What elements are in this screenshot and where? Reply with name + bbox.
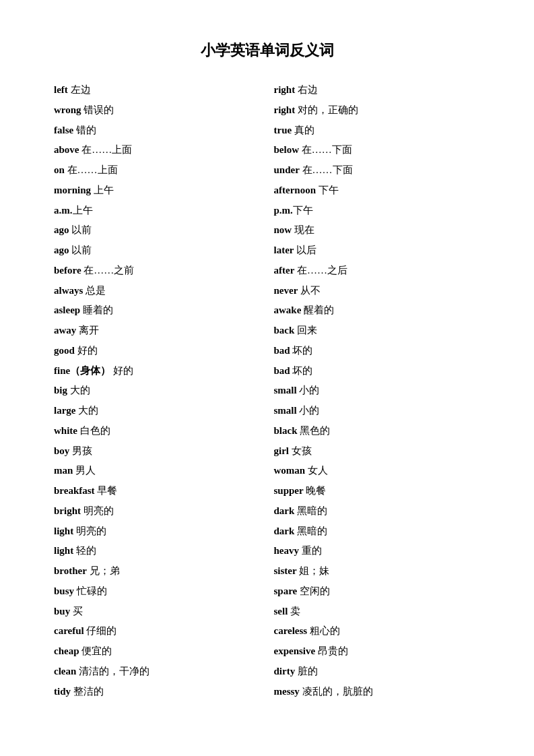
word-en-left-16: large: [54, 405, 75, 416]
word-en-left-22: light: [54, 526, 73, 536]
word-item-left-5: morning 上午: [54, 181, 261, 200]
word-cn-right-1: 对的，正确的: [295, 104, 358, 115]
word-en-left-10: always: [54, 285, 83, 296]
word-item-right-12: back 回来: [274, 321, 481, 340]
word-en-right-2: true: [274, 125, 292, 135]
word-cn-left-25: 忙碌的: [74, 586, 107, 596]
word-cn-right-22: 黑暗的: [294, 526, 327, 536]
word-item-left-27: careful 仔细的: [54, 622, 261, 641]
word-item-right-2: true 真的: [274, 121, 481, 140]
word-en-left-30: tidy: [54, 686, 71, 697]
word-item-left-4: on 在……上面: [54, 161, 261, 180]
word-item-left-0: left 左边: [54, 81, 261, 100]
word-en-right-10: never: [274, 285, 298, 296]
word-item-right-10: never 从不: [274, 282, 481, 301]
word-cn-right-0: 右边: [295, 84, 318, 95]
word-en-right-15: small: [274, 385, 297, 396]
word-cn-right-2: 真的: [292, 125, 314, 135]
word-en-right-12: back: [274, 325, 295, 336]
word-cn-left-7: 以前: [69, 224, 92, 235]
word-cn-right-21: 黑暗的: [294, 505, 327, 516]
word-cn-right-24: 姐；妹: [297, 565, 330, 576]
word-en-right-27: careless: [274, 625, 308, 636]
word-item-left-23: light 轻的: [54, 542, 261, 561]
word-en-left-20: breakfast: [54, 485, 95, 496]
word-item-right-18: girl 女孩: [274, 442, 481, 461]
word-en-left-26: buy: [54, 606, 70, 617]
word-cn-left-12: 离开: [76, 325, 99, 336]
word-item-left-12: away 离开: [54, 321, 261, 340]
word-en-right-21: dark: [274, 505, 295, 516]
word-item-left-24: brother 兄；弟: [54, 562, 261, 581]
word-item-left-9: before 在……之前: [54, 261, 261, 280]
word-item-left-19: man 男人: [54, 462, 261, 480]
word-en-left-12: away: [54, 325, 76, 336]
word-en-right-23: heavy: [274, 545, 300, 556]
word-en-right-30: messy: [274, 686, 300, 697]
word-en-left-21: bright: [54, 505, 81, 516]
word-en-right-5: afternoon: [274, 185, 316, 195]
word-en-right-28: expensive: [274, 645, 316, 656]
word-cn-right-26: 卖: [288, 606, 300, 617]
word-item-right-30: messy 凌乱的，肮脏的: [274, 683, 481, 701]
word-cn-left-30: 整洁的: [71, 686, 104, 697]
word-cn-right-20: 晚餐: [304, 485, 327, 496]
word-cn-right-15: 小的: [297, 385, 320, 396]
word-en-left-19: man: [54, 465, 73, 476]
word-en-left-18: boy: [54, 445, 69, 456]
word-cn-left-22: 明亮的: [73, 526, 106, 536]
word-en-left-23: light: [54, 545, 73, 556]
word-cn-right-5: 下午: [316, 185, 339, 195]
word-item-right-20: supper 晚餐: [274, 482, 481, 501]
word-cn-left-15: 大的: [67, 385, 90, 396]
word-cn-right-3: 在……下面: [299, 144, 352, 155]
word-item-right-3: below 在……下面: [274, 141, 481, 160]
word-item-right-5: afternoon 下午: [274, 181, 481, 200]
word-item-right-24: sister 姐；妹: [274, 562, 481, 581]
word-en-right-19: woman: [274, 465, 306, 476]
word-item-right-8: later 以后: [274, 241, 481, 260]
word-en-right-4: under: [274, 164, 300, 175]
word-en-right-25: spare: [274, 586, 298, 596]
word-en-left-25: busy: [54, 586, 74, 596]
word-en-right-6: p.m.: [274, 205, 293, 216]
word-grid: left 左边right 右边wrong 错误的right 对的，正确的fals…: [54, 81, 480, 701]
word-cn-left-16: 大的: [75, 405, 98, 416]
word-cn-right-27: 粗心的: [307, 625, 340, 636]
word-item-left-29: clean 清洁的，干净的: [54, 662, 261, 681]
word-en-right-22: dark: [274, 526, 295, 536]
word-item-right-23: heavy 重的: [274, 542, 481, 561]
word-item-right-6: p.m.下午: [274, 201, 481, 220]
word-cn-right-6: 下午: [293, 205, 313, 216]
word-cn-left-20: 早餐: [95, 485, 118, 496]
word-cn-left-8: 以前: [69, 245, 92, 255]
word-en-right-1: right: [274, 104, 296, 115]
word-item-right-16: small 小的: [274, 402, 481, 420]
word-item-left-18: boy 男孩: [54, 442, 261, 461]
word-en-right-20: supper: [274, 485, 304, 496]
word-item-right-11: awake 醒着的: [274, 301, 481, 320]
word-en-left-0: left: [54, 84, 68, 95]
word-en-left-2: false: [54, 125, 73, 135]
word-item-left-8: ago 以前: [54, 241, 261, 260]
word-cn-left-9: 在……之前: [81, 265, 135, 276]
word-item-left-21: bright 明亮的: [54, 502, 261, 521]
word-cn-right-4: 在……下面: [300, 164, 353, 175]
word-en-left-6: a.m.: [54, 205, 73, 216]
word-en-left-14: fine（身体）: [54, 365, 110, 376]
word-en-right-8: later: [274, 245, 294, 255]
word-cn-left-23: 轻的: [73, 545, 96, 556]
word-item-right-0: right 右边: [274, 81, 481, 100]
word-cn-right-11: 醒着的: [301, 305, 334, 315]
word-cn-left-5: 上午: [91, 185, 114, 195]
word-en-right-0: right: [274, 84, 296, 95]
word-cn-left-1: 错误的: [81, 104, 114, 115]
word-item-left-14: fine（身体） 好的: [54, 362, 261, 381]
word-item-left-22: light 明亮的: [54, 522, 261, 541]
word-cn-right-28: 昂贵的: [315, 645, 348, 656]
word-en-left-5: morning: [54, 185, 91, 195]
word-cn-left-4: 在……上面: [65, 164, 118, 175]
word-en-left-4: on: [54, 164, 65, 175]
word-cn-right-7: 现在: [292, 224, 314, 235]
word-cn-left-28: 便宜的: [79, 645, 112, 656]
